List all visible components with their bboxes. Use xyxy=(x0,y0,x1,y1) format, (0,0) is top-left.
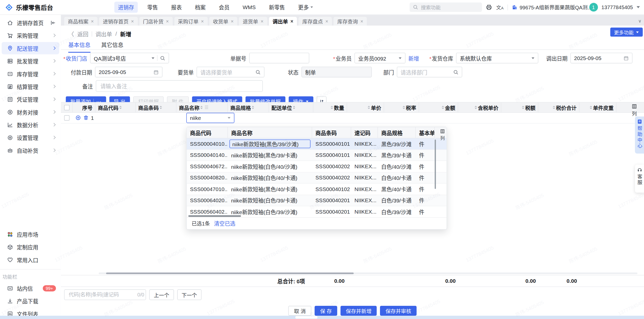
col-header-1[interactable]: 序号 xyxy=(73,103,95,112)
sort-icon[interactable] xyxy=(331,106,333,109)
search-icon[interactable] xyxy=(453,69,458,75)
popup-cell[interactable]: 黑色/39/沙滩 xyxy=(378,138,416,149)
footer-action-1[interactable]: 取 消 xyxy=(288,306,312,316)
grid-hscrollbar-thumb[interactable] xyxy=(106,272,354,274)
popup-cell[interactable]: 件 xyxy=(416,195,435,206)
out-date-input[interactable]: 2025-09-05 xyxy=(570,53,632,63)
nav-item-8[interactable]: 更多 xyxy=(294,2,317,13)
popup-cell[interactable]: NIIKEX... xyxy=(351,206,378,217)
popup-cell[interactable]: SSS00064020... xyxy=(187,195,228,206)
popup-cell[interactable]: NIIKEX... xyxy=(351,195,378,206)
popup-cell[interactable]: SSS00040140... xyxy=(187,150,228,161)
nav-item-5[interactable]: 会员 xyxy=(215,2,233,13)
close-icon[interactable]: × xyxy=(166,18,169,24)
nav-item-1[interactable]: 进销存 xyxy=(114,2,138,13)
tab-basic-info[interactable]: 基本信息 xyxy=(68,40,91,53)
back-button[interactable]: 返回 xyxy=(77,30,88,38)
sidebar-item-3[interactable]: 配送管理 xyxy=(2,42,59,54)
close-icon[interactable]: × xyxy=(201,18,204,24)
sidebar-secondary-1[interactable]: 应用市场 xyxy=(2,228,59,240)
doc-tab-7[interactable]: 调出单× xyxy=(269,17,297,26)
remark-input[interactable] xyxy=(96,80,263,92)
warehouse-select[interactable]: 系统默认仓库 xyxy=(456,53,538,63)
col-header-12[interactable]: 税额 xyxy=(501,103,538,112)
tenant-switcher[interactable]: 99675-A组新界面果蔬版QA测... xyxy=(511,3,581,11)
sort-icon[interactable] xyxy=(522,106,524,109)
nav-item-2[interactable]: 零售 xyxy=(144,2,162,13)
popup-cell[interactable]: SSS00040102 xyxy=(312,184,351,195)
footer-action-4[interactable]: 保存并审核 xyxy=(380,306,417,316)
popup-column-settings[interactable]: 列 xyxy=(440,129,445,141)
popup-cell[interactable]: niike新款短袖(黑色/39/沙滩) xyxy=(228,138,312,149)
sidebar-item-8[interactable]: 财务对接 xyxy=(2,106,59,118)
product-name-combobox[interactable]: niike xyxy=(186,112,234,123)
sidebar-item-9[interactable]: 数据分析 xyxy=(2,119,59,131)
global-search-input[interactable]: 搜索功能 xyxy=(410,3,482,12)
salesman-select[interactable]: 业务员0092 xyxy=(354,53,405,63)
pay-date-input[interactable]: 2025-09-05 xyxy=(95,67,162,77)
col-header-10[interactable]: 金额 xyxy=(419,103,458,112)
popup-cell[interactable]: 件 xyxy=(416,150,435,161)
sidebar-item-7[interactable]: 凭证管理 xyxy=(2,93,59,105)
popup-cell[interactable]: SSS00047010... xyxy=(187,184,228,195)
popup-cell[interactable]: niike新款短袖(白色/39/卡通) xyxy=(228,195,312,206)
next-button[interactable]: 下一个 xyxy=(177,289,202,300)
sort-icon[interactable] xyxy=(402,106,405,109)
col-header-4[interactable]: 商品名称☰ xyxy=(176,103,228,112)
tab-overflow-chevron-icon[interactable]: ∨ xyxy=(638,18,641,24)
sidebar-item-4[interactable]: 批发管理 xyxy=(2,55,59,67)
popup-vscrollbar-thumb[interactable] xyxy=(435,140,436,189)
sidebar-function-2[interactable]: 产品下载 xyxy=(2,295,59,307)
popup-cell[interactable]: NIIKEX... xyxy=(351,161,378,172)
prev-button[interactable]: 上一个 xyxy=(149,289,174,300)
select-all-checkbox[interactable] xyxy=(64,105,69,110)
doc-tab-2[interactable]: 进销存首页× xyxy=(99,17,138,26)
nav-item-6[interactable]: WMS xyxy=(239,3,259,12)
popup-cell[interactable]: 白色/40/卡通 xyxy=(378,172,416,183)
doc-no-input[interactable] xyxy=(249,53,309,63)
popup-cell[interactable]: 白色/40/沙滩 xyxy=(378,161,416,172)
printer-icon[interactable] xyxy=(486,4,492,10)
sidebar-item-5[interactable]: 库存管理 xyxy=(2,67,59,80)
col-header-7[interactable]: 数量 xyxy=(313,103,347,112)
translate-icon[interactable]: 文A xyxy=(496,4,504,11)
popup-cell[interactable]: niike新款短袖(黑色/40/卡通) xyxy=(228,184,312,195)
popup-row-5[interactable]: SSS00047010...niike新款短袖(黑色/40/卡通)SSS0004… xyxy=(187,184,447,195)
close-icon[interactable]: × xyxy=(231,18,234,24)
popup-cell[interactable]: 件 xyxy=(416,206,435,217)
popup-cell[interactable]: NIIKEX... xyxy=(351,184,378,195)
close-icon[interactable]: × xyxy=(91,18,94,24)
popup-cell[interactable]: 白色/39/卡通 xyxy=(378,195,416,206)
page-hscrollbar[interactable] xyxy=(0,316,644,319)
sidebar-function-3[interactable]: 文件列表 xyxy=(2,308,59,316)
sidebar-item-2[interactable]: 采购管理 xyxy=(2,29,59,42)
col-header-3[interactable]: 商品条码 xyxy=(136,103,176,112)
help-center-widget[interactable]: 帮助中心 xyxy=(635,117,644,154)
row-checkbox[interactable] xyxy=(64,115,69,120)
sidebar-function-1[interactable]: 站内信99+ xyxy=(2,282,59,294)
request-doc-input[interactable]: 请选择要货单 xyxy=(197,67,265,77)
nav-item-7[interactable]: 新零售 xyxy=(265,2,289,13)
close-icon[interactable]: × xyxy=(360,18,363,24)
sort-icon[interactable] xyxy=(368,106,370,109)
doc-tab-8[interactable]: 库存盘点× xyxy=(299,17,332,26)
sidebar-secondary-3[interactable]: 常用入口 xyxy=(2,254,59,266)
nav-item-3[interactable]: 报表 xyxy=(167,2,186,13)
col-header-6[interactable]: 配送单位 xyxy=(269,103,313,112)
popup-cell[interactable]: SSS00040672... xyxy=(187,161,228,172)
close-icon[interactable]: × xyxy=(325,18,328,24)
footer-action-3[interactable]: 保存并新增 xyxy=(340,306,377,316)
popup-cell[interactable]: SSS00040101 xyxy=(312,138,351,149)
col-header-8[interactable]: 单价 xyxy=(347,103,384,112)
sidebar-item-10[interactable]: 设置管理 xyxy=(2,131,59,144)
popup-cell[interactable]: niike新款短袖(白色/40/沙滩) xyxy=(228,161,312,172)
popup-cell[interactable]: SSS00040820... xyxy=(187,172,228,183)
popup-cell[interactable]: SSS00040201 xyxy=(312,206,351,217)
sort-icon[interactable] xyxy=(252,106,254,109)
receive-store-select[interactable]: QA测试3号店 xyxy=(90,53,169,63)
doc-tab-3[interactable]: 门店补货× xyxy=(139,17,173,26)
customer-service-widget[interactable]: 客服 xyxy=(635,165,644,193)
doc-tab-5[interactable]: 收货单× xyxy=(209,17,237,26)
popup-cell[interactable]: 件 xyxy=(416,138,435,149)
sort-icon[interactable] xyxy=(475,106,477,109)
